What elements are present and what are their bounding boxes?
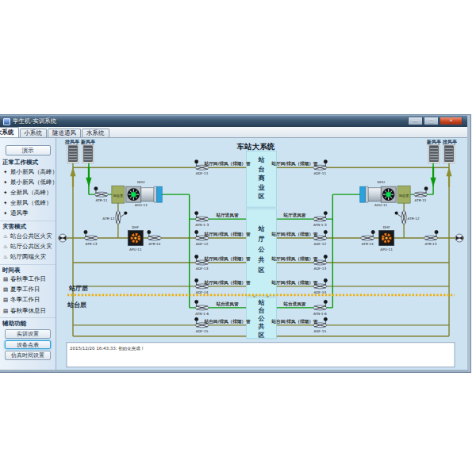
duct-label: 站台送风管 [282, 301, 305, 307]
sidebar-item-full-fresh-offpeak[interactable]: ✦全新风（低峰） [0, 198, 56, 209]
damper-tag: ATR-12 [102, 217, 114, 221]
damper-tag: ADF-15 [196, 329, 209, 333]
item-label: 最小新风（高峰） [10, 168, 56, 176]
mixing-box-label: 混合室 [113, 194, 124, 198]
sidebar-item-winter-workday[interactable]: ▤冬季工作日 [0, 295, 56, 305]
damper-tag: ATR-13 [85, 242, 97, 246]
duct-label: 站台回/排风（排烟）管 [271, 319, 318, 324]
sidebar-item-min-fresh-offpeak[interactable]: ✦最小新风（低峰） [0, 177, 56, 187]
fan-mode-icon: ✦ [3, 169, 10, 175]
sidebar-item-vent-season[interactable]: ✦通风季 [0, 209, 56, 219]
damper-tag: ADF-11 [196, 171, 209, 175]
desktop: { "window": { "title": "学生机-实训系统", "mini… [0, 0, 476, 476]
damper-icon[interactable] [116, 211, 121, 225]
damper-tag: ATR-14 [362, 242, 374, 246]
minimize-button[interactable]: — [408, 117, 423, 125]
ahu-tag: AHU-11 [135, 203, 148, 207]
hvac-diagram: 站台商业区 站厅公共区 站台公共区 站厅层 站台层 车站大系统 排风亭 新风亭 … [56, 138, 466, 370]
ahu-type-label: DHU [137, 180, 145, 184]
damper-icon[interactable] [94, 192, 108, 197]
sidebar-item-hall-fire[interactable]: ♨站厅公共区火灾 [0, 241, 56, 251]
diagram-title: 车站大系统 [236, 142, 275, 151]
ahu-fan[interactable] [126, 186, 157, 202]
damper-tag: ATR-12 [408, 217, 420, 221]
item-label: 最小新风（低峰） [10, 178, 56, 186]
damper-icon[interactable] [195, 217, 209, 221]
duct-label: 站厅回/排风（排烟）管 [271, 256, 318, 262]
fan-tag: APU-11 [129, 248, 142, 251]
window-title: 学生机-实训系统 [13, 117, 56, 125]
sidebar-item-summer-workday[interactable]: ▤夏季工作日 [0, 285, 56, 295]
item-label: 站台公共区火灾 [10, 232, 52, 240]
damper-tag: ADF-13 [196, 267, 209, 271]
calendar-icon: ▤ [3, 286, 10, 293]
titlebar[interactable]: 学生机-实训系统 — □ × [0, 115, 467, 127]
fan-mode-icon: ✦ [3, 210, 10, 217]
cooling-coil [157, 186, 162, 202]
section-disaster-modes: 灾害模式 [0, 221, 56, 231]
zone-label-top: 站台商业区 [258, 156, 266, 200]
damper-tag: ADF-14 [196, 290, 209, 294]
tab-small-system[interactable]: 小系统 [20, 129, 48, 137]
damper-icon[interactable] [195, 305, 209, 310]
pavilion-label: 新风亭 [80, 139, 95, 145]
wall-fan[interactable] [59, 234, 67, 242]
damper-tag: ATN-1-6 [195, 312, 209, 316]
section-normal-modes: 正常工作模式 [0, 157, 56, 167]
tab-big-system[interactable]: 大系统 [0, 127, 19, 137]
maximize-button[interactable]: □ [424, 117, 439, 125]
item-label: 春秋季休息日 [10, 307, 46, 315]
ahu-tag: AHU-11 [374, 203, 388, 207]
duct-label: 站厅回/排风（排烟）管 [271, 280, 318, 286]
ahu-type-label: DHU [377, 180, 385, 184]
fan-mode-icon: ✦ [3, 200, 10, 206]
sidebar-item-min-fresh-peak[interactable]: ✦最小新风（高峰） [0, 167, 56, 177]
calendar-icon: ▤ [3, 276, 10, 282]
item-label: 春秋季工作日 [10, 275, 46, 283]
damper-tag: ATR-11 [95, 198, 107, 202]
fire-icon: ♨ [3, 254, 10, 260]
sidebar-item-platform-fire[interactable]: ♨站台公共区火灾 [0, 231, 56, 241]
duct-label: 站厅回/排风（排烟）管 [271, 161, 318, 167]
section-schedule: 时间表 [0, 264, 56, 274]
close-button[interactable]: × [440, 117, 463, 125]
device-points-button[interactable]: 设备点表 [5, 340, 51, 350]
fan-tag: APU-11 [380, 248, 393, 251]
sidebar-item-springfall-holiday[interactable]: ▤春秋季休息日 [0, 305, 56, 316]
damper-tag: ADF-14 [314, 290, 327, 294]
sidebar-item-hall-ends-fire[interactable]: ♨站厅两端火灾 [0, 251, 56, 262]
zone-label-bottom: 站台公共区 [258, 299, 266, 339]
fan-mode-icon: ✦ [3, 190, 10, 196]
item-label: 冬季工作日 [10, 296, 40, 304]
return-exhaust-fan[interactable] [128, 231, 143, 246]
demo-button[interactable]: 演示 [6, 145, 51, 155]
duct-label: 站台送风管 [216, 301, 239, 307]
fan-mode-icon: ✦ [3, 179, 10, 186]
training-settings-button[interactable]: 实训设置 [5, 329, 51, 339]
pavilion-label: 排风亭 [64, 139, 79, 145]
item-label: 夏季工作日 [10, 286, 40, 294]
log-message: 2015/12/20 16:43:33: 初始化完成 ! [70, 346, 144, 351]
damper-tag: ATN-1-3 [195, 223, 209, 227]
fire-icon: ♨ [3, 233, 10, 240]
sidebar: 演示 正常工作模式 ✦最小新风（高峰） ✦最小新风（低峰） ✦全新风（高峰） ✦… [0, 138, 56, 370]
fan-type-label: DHF [132, 225, 140, 229]
sidebar-item-springfall-workday[interactable]: ▤春秋季工作日 [0, 274, 56, 285]
duct-label: 站厅送风管 [216, 213, 239, 218]
tab-bar: 大系统 小系统 隧道通风 水系统 [0, 127, 467, 138]
damper-icon[interactable] [148, 236, 161, 240]
item-label: 全新风（高峰） [10, 189, 52, 197]
damper-tag: ADF-11 [314, 171, 327, 175]
tab-water-system[interactable]: 水系统 [82, 129, 109, 137]
mixing-box-label: 混合室 [399, 194, 410, 198]
tab-tunnel-vent[interactable]: 隧道通风 [48, 129, 81, 137]
damper-icon[interactable] [84, 236, 98, 240]
item-label: 站厅两端火灾 [10, 253, 46, 261]
fan-type-label: DHF [383, 225, 391, 229]
pavilion-label: 新风亭 [426, 139, 441, 145]
fresh-air-shaft-louver [83, 144, 94, 163]
sim-time-settings-button[interactable]: 仿真时间设置 [5, 351, 51, 360]
duct-label: 站厅回/排风（排烟）管 [204, 280, 251, 286]
damper-tag: ATN-1-6 [313, 312, 327, 316]
sidebar-item-full-fresh-peak[interactable]: ✦全新风（高峰） [0, 187, 56, 198]
